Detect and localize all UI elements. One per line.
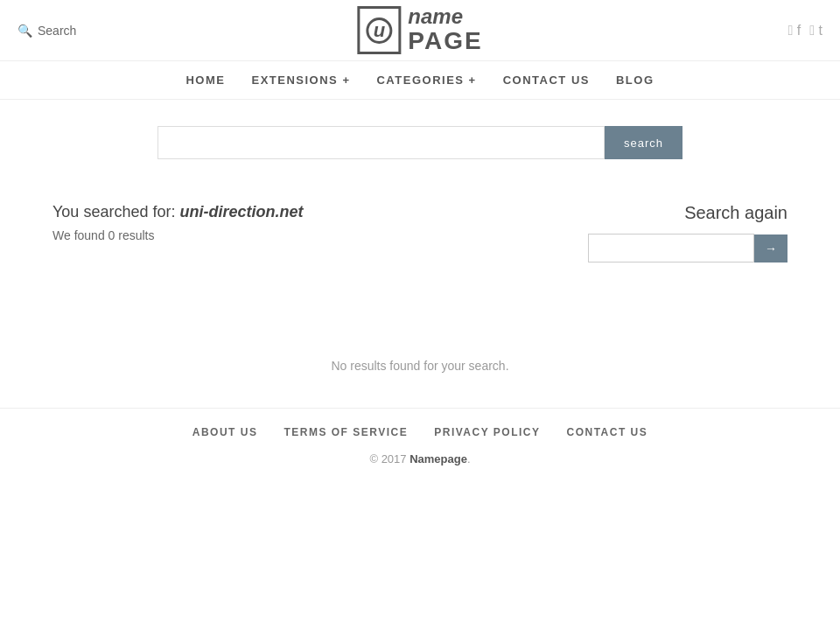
copyright-brand[interactable]: Namepage (410, 452, 467, 466)
twitter-icon[interactable]:  t (809, 23, 822, 38)
header-search[interactable]: 🔍 Search (18, 24, 76, 38)
nav-item-extensions[interactable]: EXTENSIONS + (251, 74, 350, 87)
site-header: 🔍 Search u name PAGE  f  t (0, 0, 840, 61)
facebook-icon[interactable]:  f (788, 23, 802, 38)
search-again-input[interactable] (588, 234, 754, 262)
search-again-button[interactable]: → (754, 234, 788, 262)
results-count: We found 0 results (52, 228, 588, 242)
footer-link-terms[interactable]: TERMS OF SERVICE (284, 426, 408, 438)
searched-for-prefix: You searched for: (52, 203, 175, 220)
search-button[interactable]: search (605, 126, 682, 159)
nav-item-home[interactable]: HOME (186, 74, 225, 87)
footer-copyright: © 2017 Namepage. (18, 452, 822, 466)
search-again-title: Search again (588, 203, 788, 223)
logo[interactable]: u name PAGE (357, 5, 482, 55)
footer-link-privacy[interactable]: PRIVACY POLICY (434, 426, 540, 438)
copyright-suffix: . (467, 452, 471, 466)
social-icons:  f  t (788, 23, 822, 38)
footer-link-about[interactable]: ABOUT US (192, 426, 258, 438)
no-results-row: No results found for your search. (26, 315, 814, 408)
search-area: search (158, 126, 682, 159)
search-icon: 🔍 (18, 24, 32, 38)
nav-item-blog[interactable]: BLOG (616, 74, 654, 87)
logo-page: PAGE (408, 28, 482, 55)
searched-for-text: You searched for: uni-direction.net (52, 203, 588, 221)
nav-item-contact[interactable]: CONTACT US (503, 74, 590, 87)
search-result: You searched for: uni-direction.net We f… (52, 203, 588, 260)
main-content: You searched for: uni-direction.net We f… (26, 186, 814, 315)
logo-u-letter: u (374, 19, 385, 42)
search-again-box: Search again → (588, 203, 788, 262)
search-input[interactable] (158, 126, 605, 159)
searched-term: uni-direction.net (179, 203, 303, 220)
no-results-message: No results found for your search. (52, 359, 788, 373)
search-again-row: → (588, 234, 788, 262)
footer-link-contact[interactable]: CONTACT US (566, 426, 648, 438)
logo-text: name PAGE (408, 5, 482, 55)
copyright-prefix: © 2017 (369, 452, 410, 466)
nav-item-categories[interactable]: CATEGORIES + (376, 74, 476, 87)
footer-links: ABOUT US TERMS OF SERVICE PRIVACY POLICY… (18, 426, 822, 438)
site-footer: ABOUT US TERMS OF SERVICE PRIVACY POLICY… (0, 408, 840, 483)
header-search-label: Search (38, 24, 76, 38)
logo-name: name (408, 5, 482, 28)
main-nav: HOME EXTENSIONS + CATEGORIES + CONTACT U… (0, 61, 840, 100)
logo-box: u (357, 6, 401, 54)
